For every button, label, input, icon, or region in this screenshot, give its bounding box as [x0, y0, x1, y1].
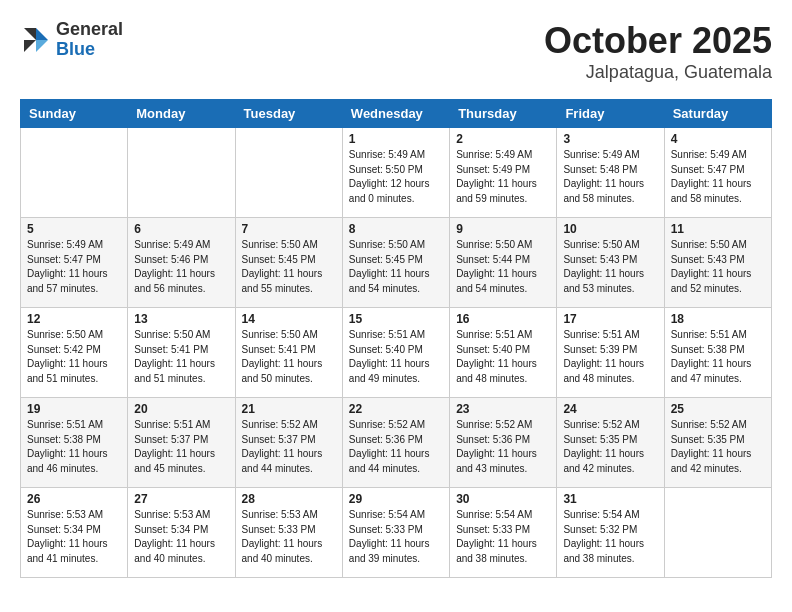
weekday-tuesday: Tuesday: [235, 100, 342, 128]
calendar-cell: 20Sunrise: 5:51 AM Sunset: 5:37 PM Dayli…: [128, 398, 235, 488]
calendar-cell: 8Sunrise: 5:50 AM Sunset: 5:45 PM Daylig…: [342, 218, 449, 308]
day-number: 15: [349, 312, 443, 326]
week-row-3: 12Sunrise: 5:50 AM Sunset: 5:42 PM Dayli…: [21, 308, 772, 398]
day-info: Sunrise: 5:49 AM Sunset: 5:47 PM Dayligh…: [671, 148, 765, 206]
day-number: 25: [671, 402, 765, 416]
logo-blue: Blue: [56, 39, 95, 59]
day-number: 29: [349, 492, 443, 506]
day-number: 1: [349, 132, 443, 146]
day-info: Sunrise: 5:49 AM Sunset: 5:46 PM Dayligh…: [134, 238, 228, 296]
day-info: Sunrise: 5:50 AM Sunset: 5:42 PM Dayligh…: [27, 328, 121, 386]
day-info: Sunrise: 5:54 AM Sunset: 5:33 PM Dayligh…: [349, 508, 443, 566]
day-info: Sunrise: 5:52 AM Sunset: 5:36 PM Dayligh…: [456, 418, 550, 476]
weekday-wednesday: Wednesday: [342, 100, 449, 128]
day-info: Sunrise: 5:51 AM Sunset: 5:38 PM Dayligh…: [27, 418, 121, 476]
logo: General Blue: [20, 20, 123, 60]
day-number: 3: [563, 132, 657, 146]
calendar-cell: 2Sunrise: 5:49 AM Sunset: 5:49 PM Daylig…: [450, 128, 557, 218]
calendar-cell: 21Sunrise: 5:52 AM Sunset: 5:37 PM Dayli…: [235, 398, 342, 488]
week-row-4: 19Sunrise: 5:51 AM Sunset: 5:38 PM Dayli…: [21, 398, 772, 488]
logo-icon: [20, 24, 52, 56]
calendar-cell: 14Sunrise: 5:50 AM Sunset: 5:41 PM Dayli…: [235, 308, 342, 398]
logo-general: General: [56, 19, 123, 39]
day-info: Sunrise: 5:53 AM Sunset: 5:33 PM Dayligh…: [242, 508, 336, 566]
day-number: 4: [671, 132, 765, 146]
day-number: 27: [134, 492, 228, 506]
day-number: 11: [671, 222, 765, 236]
day-number: 10: [563, 222, 657, 236]
calendar-cell: [128, 128, 235, 218]
calendar-cell: 4Sunrise: 5:49 AM Sunset: 5:47 PM Daylig…: [664, 128, 771, 218]
day-number: 2: [456, 132, 550, 146]
day-info: Sunrise: 5:50 AM Sunset: 5:43 PM Dayligh…: [563, 238, 657, 296]
day-number: 9: [456, 222, 550, 236]
day-info: Sunrise: 5:50 AM Sunset: 5:41 PM Dayligh…: [134, 328, 228, 386]
calendar-cell: [235, 128, 342, 218]
day-number: 6: [134, 222, 228, 236]
day-info: Sunrise: 5:51 AM Sunset: 5:37 PM Dayligh…: [134, 418, 228, 476]
calendar-cell: 30Sunrise: 5:54 AM Sunset: 5:33 PM Dayli…: [450, 488, 557, 578]
calendar-cell: 19Sunrise: 5:51 AM Sunset: 5:38 PM Dayli…: [21, 398, 128, 488]
day-number: 18: [671, 312, 765, 326]
day-info: Sunrise: 5:51 AM Sunset: 5:38 PM Dayligh…: [671, 328, 765, 386]
day-info: Sunrise: 5:52 AM Sunset: 5:36 PM Dayligh…: [349, 418, 443, 476]
day-number: 5: [27, 222, 121, 236]
day-info: Sunrise: 5:49 AM Sunset: 5:48 PM Dayligh…: [563, 148, 657, 206]
day-info: Sunrise: 5:51 AM Sunset: 5:40 PM Dayligh…: [349, 328, 443, 386]
calendar-cell: 23Sunrise: 5:52 AM Sunset: 5:36 PM Dayli…: [450, 398, 557, 488]
title-block: October 2025 Jalpatagua, Guatemala: [544, 20, 772, 83]
calendar-table: SundayMondayTuesdayWednesdayThursdayFrid…: [20, 99, 772, 578]
calendar-title: October 2025: [544, 20, 772, 62]
week-row-1: 1Sunrise: 5:49 AM Sunset: 5:50 PM Daylig…: [21, 128, 772, 218]
day-info: Sunrise: 5:51 AM Sunset: 5:40 PM Dayligh…: [456, 328, 550, 386]
day-info: Sunrise: 5:50 AM Sunset: 5:41 PM Dayligh…: [242, 328, 336, 386]
calendar-cell: 18Sunrise: 5:51 AM Sunset: 5:38 PM Dayli…: [664, 308, 771, 398]
calendar-cell: 27Sunrise: 5:53 AM Sunset: 5:34 PM Dayli…: [128, 488, 235, 578]
calendar-cell: [664, 488, 771, 578]
day-info: Sunrise: 5:50 AM Sunset: 5:45 PM Dayligh…: [242, 238, 336, 296]
calendar-cell: 13Sunrise: 5:50 AM Sunset: 5:41 PM Dayli…: [128, 308, 235, 398]
calendar-cell: 10Sunrise: 5:50 AM Sunset: 5:43 PM Dayli…: [557, 218, 664, 308]
weekday-sunday: Sunday: [21, 100, 128, 128]
logo-text: General Blue: [56, 20, 123, 60]
svg-marker-1: [36, 40, 48, 52]
calendar-cell: 6Sunrise: 5:49 AM Sunset: 5:46 PM Daylig…: [128, 218, 235, 308]
calendar-cell: 31Sunrise: 5:54 AM Sunset: 5:32 PM Dayli…: [557, 488, 664, 578]
day-number: 22: [349, 402, 443, 416]
calendar-cell: [21, 128, 128, 218]
day-info: Sunrise: 5:52 AM Sunset: 5:37 PM Dayligh…: [242, 418, 336, 476]
day-info: Sunrise: 5:50 AM Sunset: 5:45 PM Dayligh…: [349, 238, 443, 296]
calendar-cell: 7Sunrise: 5:50 AM Sunset: 5:45 PM Daylig…: [235, 218, 342, 308]
day-number: 19: [27, 402, 121, 416]
calendar-cell: 16Sunrise: 5:51 AM Sunset: 5:40 PM Dayli…: [450, 308, 557, 398]
day-number: 7: [242, 222, 336, 236]
day-info: Sunrise: 5:53 AM Sunset: 5:34 PM Dayligh…: [134, 508, 228, 566]
svg-marker-0: [36, 28, 48, 40]
day-number: 13: [134, 312, 228, 326]
day-number: 21: [242, 402, 336, 416]
day-number: 26: [27, 492, 121, 506]
weekday-row: SundayMondayTuesdayWednesdayThursdayFrid…: [21, 100, 772, 128]
day-number: 16: [456, 312, 550, 326]
day-info: Sunrise: 5:54 AM Sunset: 5:33 PM Dayligh…: [456, 508, 550, 566]
week-row-2: 5Sunrise: 5:49 AM Sunset: 5:47 PM Daylig…: [21, 218, 772, 308]
calendar-cell: 3Sunrise: 5:49 AM Sunset: 5:48 PM Daylig…: [557, 128, 664, 218]
calendar-cell: 12Sunrise: 5:50 AM Sunset: 5:42 PM Dayli…: [21, 308, 128, 398]
svg-marker-3: [24, 40, 36, 52]
page-header: General Blue October 2025 Jalpatagua, Gu…: [20, 20, 772, 83]
day-info: Sunrise: 5:52 AM Sunset: 5:35 PM Dayligh…: [671, 418, 765, 476]
day-info: Sunrise: 5:50 AM Sunset: 5:43 PM Dayligh…: [671, 238, 765, 296]
calendar-cell: 25Sunrise: 5:52 AM Sunset: 5:35 PM Dayli…: [664, 398, 771, 488]
calendar-cell: 29Sunrise: 5:54 AM Sunset: 5:33 PM Dayli…: [342, 488, 449, 578]
calendar-cell: 9Sunrise: 5:50 AM Sunset: 5:44 PM Daylig…: [450, 218, 557, 308]
calendar-cell: 26Sunrise: 5:53 AM Sunset: 5:34 PM Dayli…: [21, 488, 128, 578]
day-number: 20: [134, 402, 228, 416]
calendar-cell: 24Sunrise: 5:52 AM Sunset: 5:35 PM Dayli…: [557, 398, 664, 488]
calendar-cell: 5Sunrise: 5:49 AM Sunset: 5:47 PM Daylig…: [21, 218, 128, 308]
day-info: Sunrise: 5:50 AM Sunset: 5:44 PM Dayligh…: [456, 238, 550, 296]
calendar-cell: 15Sunrise: 5:51 AM Sunset: 5:40 PM Dayli…: [342, 308, 449, 398]
day-info: Sunrise: 5:54 AM Sunset: 5:32 PM Dayligh…: [563, 508, 657, 566]
weekday-friday: Friday: [557, 100, 664, 128]
calendar-cell: 1Sunrise: 5:49 AM Sunset: 5:50 PM Daylig…: [342, 128, 449, 218]
calendar-cell: 11Sunrise: 5:50 AM Sunset: 5:43 PM Dayli…: [664, 218, 771, 308]
